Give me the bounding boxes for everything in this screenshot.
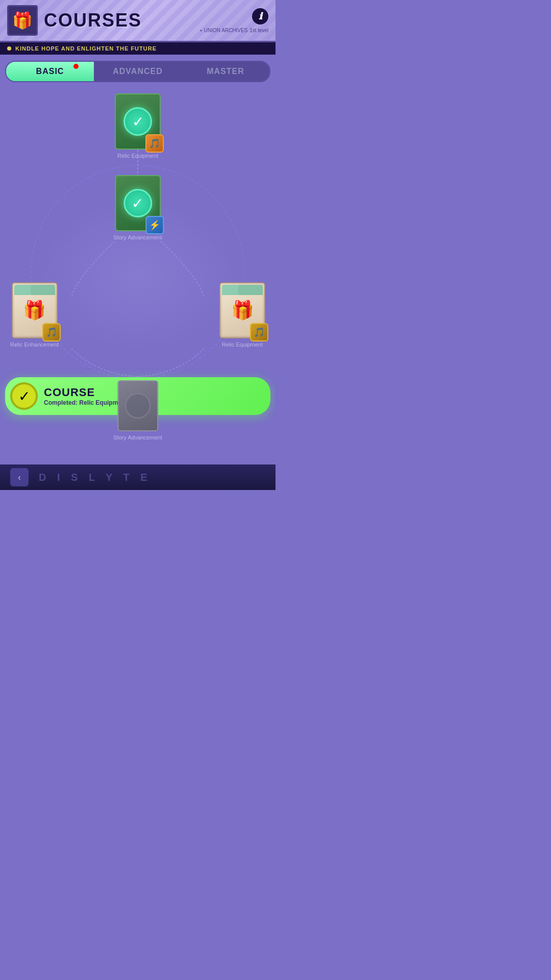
back-button[interactable]: ‹ [10,468,29,486]
bottom-nav: ‹ D I S L Y T E [0,464,276,490]
node-card-left: 🎁 🎵 [12,282,58,338]
gift-icon-left: 🎁 [23,300,46,321]
badge-top: 🎵 [145,134,164,153]
header-icon-box: 🎁 [7,5,38,36]
badge-right: 🎵 [250,323,268,341]
back-icon: ‹ [18,472,21,483]
gray-circle [125,393,151,419]
archive-label: UNION ARCHIVES [204,28,248,33]
node-card-middle: ✓ ⚡ [115,175,161,231]
node-relic-enhancement-left[interactable]: 🎁 🎵 Relic Enhancement [10,282,59,348]
gift-icon-right: 🎁 [231,300,254,321]
node-relic-equipment-top[interactable]: ✓ 🎵 Relic Equipment [115,93,161,159]
badge-left: 🎵 [42,323,61,341]
header: 🎁 COURSES ℹ ▪ UNION ARCHIVES 1st level [0,0,276,42]
course-check-icon: ✓ [10,382,38,410]
header-right: ℹ ▪ UNION ARCHIVES 1st level [200,8,268,33]
node-story-advancement-bottom[interactable]: Story Advancement [113,380,162,440]
node-label-middle: Story Advancement [113,234,162,240]
node-relic-equipment-right[interactable]: 🎁 🎵 Relic Equipment [219,282,265,348]
ticker-bar: KINDLE HOPE AND ENLIGHTEN THE FUTURE [0,42,276,55]
info-button[interactable]: ℹ [252,8,268,24]
tab-notification-dot [73,64,79,69]
node-story-advancement-middle[interactable]: ✓ ⚡ Story Advancement [113,175,162,240]
main-content: ✓ 🎵 Relic Equipment ✓ ⚡ Story Advancemen… [0,88,276,456]
node-label-bottom: Story Advancement [113,434,162,440]
node-label-left: Relic Enhancement [10,341,59,348]
archive-level: 1st level [249,28,268,33]
check-circle-top: ✓ [123,107,152,136]
gift-lines-left [14,285,55,295]
badge-middle: ⚡ [145,216,164,234]
tab-bar: BASIC ADVANCED MASTER [5,61,270,82]
header-left: 🎁 COURSES [7,5,142,36]
node-card-top: ✓ 🎵 [115,93,161,150]
ticker-dot [7,46,11,51]
page-title: COURSES [44,10,142,31]
gift-lines-right [222,285,263,295]
gift-icon: 🎁 [12,11,33,30]
node-card-right: 🎁 🎵 [219,282,265,338]
node-label-top: Relic Equipment [117,153,158,159]
node-label-right: Relic Equipment [222,341,263,348]
union-archives: ▪ UNION ARCHIVES 1st level [200,28,268,33]
svg-point-1 [41,221,235,384]
tab-advanced[interactable]: ADVANCED [94,62,182,81]
game-title: D I S L Y T E [39,472,152,483]
ticker-text: KINDLE HOPE AND ENLIGHTEN THE FUTURE [15,45,157,52]
node-card-bottom [117,380,158,431]
check-circle-middle: ✓ [123,189,152,217]
tab-basic[interactable]: BASIC [6,62,94,81]
tab-master[interactable]: MASTER [182,62,269,81]
